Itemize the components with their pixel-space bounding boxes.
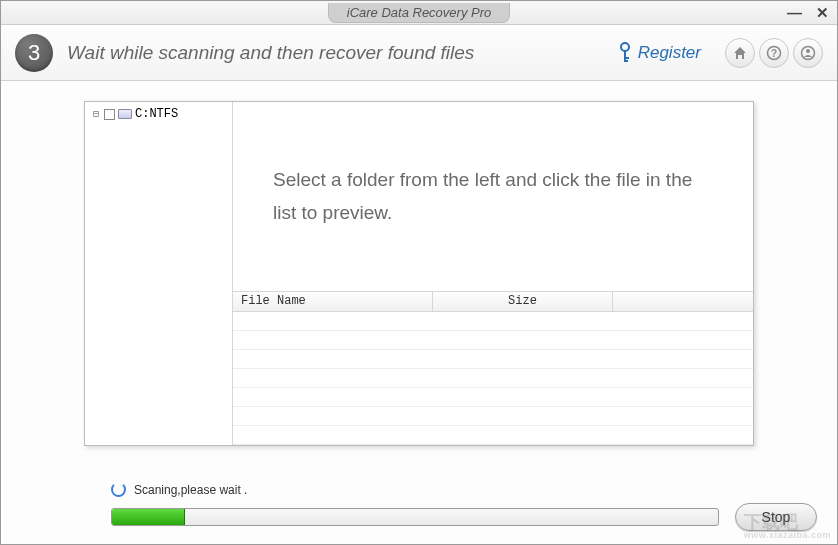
home-icon (732, 45, 748, 61)
progress-row: Stop (111, 503, 817, 531)
tree-item-label: C:NTFS (135, 107, 178, 121)
svg-text:?: ? (771, 48, 777, 59)
content-area: ⊟ C:NTFS Select a folder from the left a… (1, 81, 837, 474)
spinner-icon (111, 482, 126, 497)
minimize-button[interactable]: — (787, 5, 802, 20)
watermark-sub: www.xiazaiba.com (744, 531, 831, 540)
table-row[interactable] (233, 407, 753, 426)
home-button[interactable] (725, 38, 755, 68)
key-icon (618, 42, 632, 64)
drive-icon (118, 109, 132, 119)
table-row[interactable] (233, 369, 753, 388)
footer: Scaning,please wait . Stop (1, 474, 837, 544)
svg-point-0 (621, 43, 629, 51)
header-instruction: Wait while scanning and then recover fou… (67, 42, 604, 64)
progress-bar (111, 508, 719, 526)
preview-message: Select a folder from the left and click … (233, 102, 753, 291)
preview-message-text: Select a folder from the left and click … (273, 164, 713, 229)
table-row[interactable] (233, 312, 753, 331)
expand-icon[interactable]: ⊟ (91, 108, 101, 120)
progress-fill (112, 509, 185, 525)
table-row[interactable] (233, 350, 753, 369)
header-icon-group: ? (725, 38, 823, 68)
account-button[interactable] (793, 38, 823, 68)
user-icon (800, 45, 816, 61)
step-badge: 3 (15, 34, 53, 72)
file-table: File Name Size (233, 291, 753, 445)
col-extra[interactable] (613, 292, 753, 311)
folder-tree[interactable]: ⊟ C:NTFS (85, 102, 233, 445)
table-row[interactable] (233, 426, 753, 445)
svg-rect-2 (624, 57, 629, 59)
register-link[interactable]: Register (618, 42, 701, 64)
window-title: iCare Data Recovery Pro (328, 3, 511, 23)
status-line: Scaning,please wait . (111, 482, 817, 497)
svg-point-7 (806, 49, 810, 53)
main-panel: ⊟ C:NTFS Select a folder from the left a… (84, 101, 754, 446)
right-pane: Select a folder from the left and click … (233, 102, 753, 445)
col-file-name[interactable]: File Name (233, 292, 433, 311)
close-button[interactable]: ✕ (816, 5, 829, 20)
window-controls: — ✕ (787, 1, 829, 24)
col-size[interactable]: Size (433, 292, 613, 311)
titlebar: iCare Data Recovery Pro — ✕ (1, 1, 837, 25)
table-row[interactable] (233, 388, 753, 407)
help-button[interactable]: ? (759, 38, 789, 68)
watermark-main: 下载吧 (744, 512, 798, 532)
help-icon: ? (766, 45, 782, 61)
svg-rect-3 (624, 60, 628, 62)
tree-item[interactable]: ⊟ C:NTFS (87, 106, 230, 122)
tree-checkbox[interactable] (104, 109, 115, 120)
watermark: 下载吧 www.xiazaiba.com (744, 513, 831, 540)
header-bar: 3 Wait while scanning and then recover f… (1, 25, 837, 81)
table-row[interactable] (233, 331, 753, 350)
app-window: iCare Data Recovery Pro — ✕ 3 Wait while… (0, 0, 838, 545)
status-text: Scaning,please wait . (134, 483, 247, 497)
table-header: File Name Size (233, 292, 753, 312)
register-label: Register (638, 43, 701, 63)
